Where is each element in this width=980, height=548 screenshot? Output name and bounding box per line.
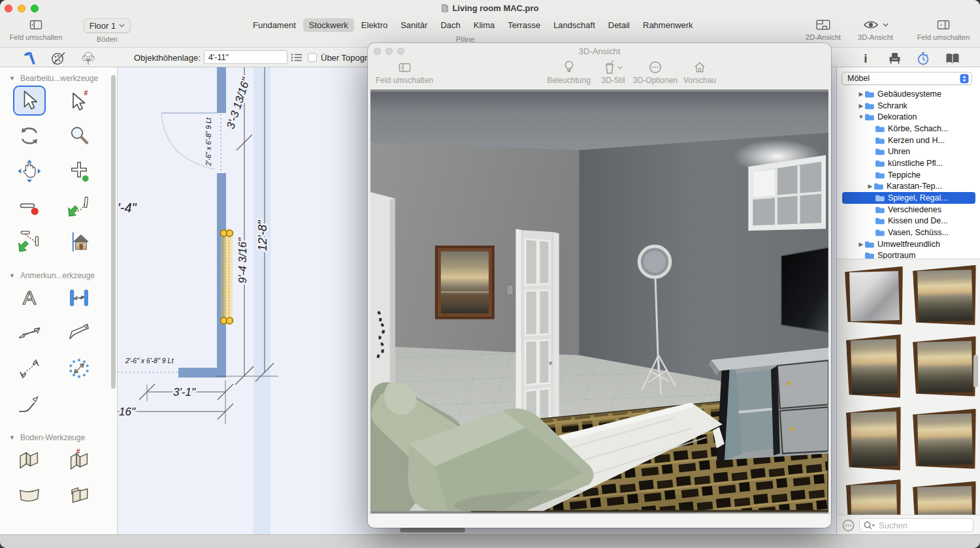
viewer-panel-toggle-button[interactable]: Feld umschalten <box>373 59 436 85</box>
plan-door-label-horizontal: 2'-6" x 6'-8" 9 Lt <box>125 357 174 364</box>
tool-floor-plane-numbered[interactable]: # <box>63 445 95 475</box>
library-scrollbar[interactable] <box>973 355 978 387</box>
list-options-icon[interactable] <box>291 53 302 62</box>
tool-fillet-corner[interactable] <box>63 191 95 221</box>
search-input[interactable] <box>877 520 956 531</box>
library-item-picture[interactable] <box>911 335 979 398</box>
house-icon <box>68 230 90 253</box>
tree-item[interactable]: Körbe, Schach... <box>837 123 980 135</box>
tree-item[interactable]: Vasen, Schüss... <box>837 227 980 238</box>
disclosure-right-icon[interactable]: ▶ <box>867 183 874 189</box>
tree-item[interactable]: ▶Gebäudesysteme <box>837 88 980 100</box>
tree-item[interactable]: Uhren <box>837 146 980 157</box>
tool-pan[interactable] <box>13 156 46 186</box>
library-tab-history[interactable] <box>913 51 933 65</box>
library-item-picture[interactable] <box>911 480 979 515</box>
tab-stockwerk[interactable]: Stockwerk <box>303 18 354 32</box>
library-tab-catalog[interactable] <box>943 51 962 65</box>
toggle-right-panel-button[interactable]: Feld umschalten <box>912 17 975 41</box>
tab-sanitaer[interactable]: Sanitär <box>395 18 433 32</box>
tool-point-marker[interactable] <box>63 353 95 383</box>
filter-options-button[interactable] <box>842 519 855 532</box>
tool-remove-segment[interactable] <box>13 191 46 221</box>
preview-button[interactable]: Vorschau <box>680 59 719 85</box>
tabs-group-label: Pläne <box>247 35 683 43</box>
tab-klima[interactable]: Klima <box>468 18 501 32</box>
tool-curved-floor[interactable] <box>13 480 46 510</box>
tree-item[interactable]: ▼Dekoration <box>837 111 980 123</box>
render-tv[interactable] <box>781 248 828 332</box>
library-item-picture[interactable] <box>840 480 908 515</box>
disclosure-right-icon[interactable]: ▶ <box>858 91 864 97</box>
render-sideboard[interactable] <box>709 347 828 461</box>
tool-select[interactable] <box>13 86 46 116</box>
plan-horizontal-scrollbar[interactable] <box>400 528 465 532</box>
tool-home-view[interactable] <box>63 227 95 257</box>
tree-item[interactable]: ▶Karastan-Tep... <box>837 181 980 193</box>
library-item-picture[interactable] <box>911 408 979 471</box>
object-height-input[interactable] <box>204 50 287 64</box>
tab-detail[interactable]: Detail <box>602 18 636 32</box>
library-category-select[interactable]: Möbel <box>841 72 972 85</box>
render-wall-shelf[interactable] <box>748 155 826 231</box>
lighting-button[interactable]: Beleuchtung <box>541 59 596 85</box>
tool-select-numbered[interactable]: # <box>63 86 95 116</box>
disclosure-right-icon[interactable]: ▶ <box>858 241 864 248</box>
library-item-mirror[interactable] <box>840 266 908 326</box>
style-3d-button[interactable]: 3D-Stil <box>595 59 631 85</box>
tab-fundament[interactable]: Fundament <box>247 18 302 32</box>
tool-place-point[interactable] <box>63 156 95 186</box>
library-item-picture[interactable] <box>840 408 908 471</box>
tree-item[interactable]: Kerzen und H... <box>837 135 980 146</box>
tab-landschaft[interactable]: Landschaft <box>547 18 601 32</box>
render-3d-view[interactable] <box>370 89 828 513</box>
toggle-left-panel-button[interactable]: Feld umschalten <box>8 17 64 41</box>
options-3d-button[interactable]: 3D-Optionen <box>629 59 681 85</box>
tool-interior-dimension[interactable] <box>63 283 95 313</box>
tree-item[interactable]: Verschiedenes <box>837 204 980 216</box>
tab-terrasse[interactable]: Terrasse <box>502 18 546 32</box>
section-annotation-tools[interactable]: ▼ Anmerkun...erkzeuge <box>9 271 117 280</box>
tree-item[interactable]: Kissen und De... <box>837 216 980 227</box>
disclosure-down-icon[interactable]: ▼ <box>858 114 864 120</box>
library-item-picture[interactable] <box>911 266 979 326</box>
tool-floor-plane[interactable] <box>13 445 46 475</box>
library-item-picture[interactable] <box>840 335 908 398</box>
tool-chamfer-corner[interactable] <box>13 227 46 257</box>
viewer-titlebar[interactable]: 3D-Ansicht <box>368 43 831 59</box>
tool-text[interactable]: A <box>13 283 46 313</box>
tab-rahmenwerk[interactable]: Rahmenwerk <box>637 18 699 32</box>
section-floor-tools[interactable]: ▼ Boden-Werkzeuge <box>9 433 117 442</box>
tool-end-to-end-dimension[interactable] <box>13 353 46 383</box>
floor-selector-label: Böden <box>84 35 131 43</box>
tool-leader-line[interactable] <box>13 389 46 419</box>
library-tab-info[interactable]: i <box>856 51 875 65</box>
tree-item-selected[interactable]: Spiegel, Regal... <box>842 192 975 204</box>
tool-angle-dimension[interactable] <box>63 318 95 348</box>
tree-item[interactable]: Teppiche <box>837 169 980 181</box>
topography-checkbox[interactable] <box>308 53 317 62</box>
tree-item[interactable]: ▶Umweltfreundlich <box>837 238 980 250</box>
viewer-3d-window[interactable]: 3D-Ansicht Feld umschalten Beleuchtung <box>368 43 831 528</box>
disclosure-right-icon[interactable]: ▶ <box>858 103 864 109</box>
tool-redraw[interactable] <box>13 121 46 151</box>
render-wall-picture[interactable] <box>435 246 495 319</box>
tool-floor-opening[interactable] <box>63 480 95 510</box>
tool-zoom[interactable] <box>63 121 95 151</box>
floor-selector-button[interactable]: Floor 1 <box>84 18 131 33</box>
library-tab-furnishings[interactable] <box>885 51 904 65</box>
section-editing-tools[interactable]: ▼ Bearbeitu...werkzeuge <box>9 74 117 83</box>
build-mode-button[interactable] <box>20 50 39 66</box>
design-mode-button[interactable] <box>48 50 68 66</box>
landscape-mode-button[interactable] <box>78 50 98 66</box>
plan-selected-object[interactable] <box>221 229 233 325</box>
search-field[interactable] <box>859 518 973 532</box>
tool-palette-scrollbar[interactable] <box>111 75 116 389</box>
tree-item[interactable]: ▶Schrank <box>837 100 980 112</box>
tool-dimension[interactable] <box>13 318 46 348</box>
view-3d-button[interactable]: 3D-Ansicht <box>848 17 903 41</box>
tab-dach[interactable]: Dach <box>434 18 466 32</box>
tab-elektro[interactable]: Elektro <box>355 18 393 32</box>
tree-item[interactable]: künstliche Pfl... <box>837 157 980 169</box>
view-2d-button[interactable]: 2D-Ansicht <box>796 17 851 41</box>
